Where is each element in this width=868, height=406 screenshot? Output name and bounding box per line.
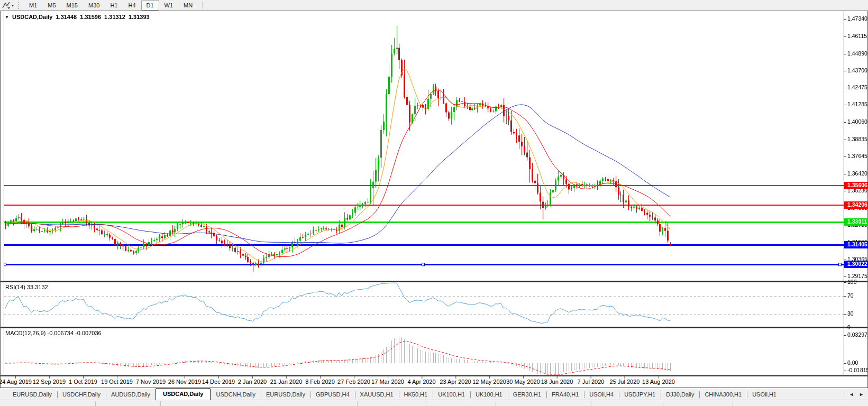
tab-GER30-H1[interactable]: GER30,H1: [508, 390, 546, 400]
tab-UK100-H1[interactable]: UK100,H1: [433, 390, 470, 400]
status-bar-divider: [160, 401, 161, 406]
date-label: 24 Aug 2019: [0, 379, 32, 385]
status-bar-divider: [496, 401, 496, 406]
date-label: 1 Oct 2019: [69, 379, 97, 385]
chart-window: ▼ USDCAD,Daily 1.31448 1.31596 1.31312 1…: [0, 11, 868, 388]
timeframe-buttons: M1M5M15M30H1H4D1W1MN: [24, 0, 198, 11]
ohlc-open: 1.31448: [56, 14, 77, 20]
timeframe-button-M1[interactable]: M1: [24, 0, 42, 11]
macd-indicator-label: MACD(12,26,9) -0.006734 -0.007036: [5, 330, 102, 336]
tab-USOil-H4[interactable]: USOil,H4: [584, 390, 619, 400]
tab-GBPUSD-H4[interactable]: GBPUSD,H4: [310, 390, 355, 400]
timeframe-button-M5[interactable]: M5: [42, 0, 61, 11]
date-label: 13 Aug 2020: [642, 379, 675, 385]
date-label: 4 Apr 2020: [407, 379, 435, 385]
toolbar-grip-handle[interactable]: [18, 2, 21, 9]
date-label: 21 Jan 2020: [270, 379, 303, 385]
tab-USDCNH-Daily[interactable]: USDCNH,Daily: [211, 390, 261, 400]
timeframe-button-M30[interactable]: M30: [83, 0, 105, 11]
date-label: 19 Oct 2019: [101, 379, 133, 385]
date-label: 23 Apr 2020: [440, 379, 471, 385]
timeframes-toolbar: ▾ M1M5M15M30H1H4D1W1MN: [0, 0, 868, 11]
tab-USOil-H1[interactable]: USOil,H1: [747, 390, 782, 400]
status-bar-divider: [269, 401, 269, 406]
tab-AUDUSD-Daily[interactable]: AUDUSD,Daily: [106, 390, 156, 400]
ohlc-close: 1.31393: [129, 14, 150, 20]
date-label: 7 Jul 2020: [578, 379, 605, 385]
chart-title: ▼ USDCAD,Daily 1.31448 1.31596 1.31312 1…: [5, 14, 151, 20]
tab-FRA40-H1[interactable]: FRA40,H1: [546, 390, 584, 400]
tab-USDCAD-Daily[interactable]: USDCAD,Daily: [156, 388, 211, 400]
date-label: 27 Feb 2020: [337, 379, 370, 385]
timeframe-button-D1[interactable]: D1: [141, 0, 159, 11]
status-bar-divider: [591, 401, 591, 406]
tabs-scroll-controls: ◄ ►: [845, 390, 866, 399]
chart-dropdown-icon[interactable]: ▼: [5, 15, 9, 20]
tab-EURUSD-Daily[interactable]: EURUSD,Daily: [7, 390, 57, 400]
tab-DJ30-Daily[interactable]: DJ30,Daily: [661, 390, 699, 400]
chart-tabs-bar: EURUSD,DailyUSDCHF,DailyAUDUSD,DailyUSDC…: [0, 388, 844, 400]
tab-CHINA300-H1[interactable]: CHINA300,H1: [699, 390, 747, 400]
date-label: 12 Sep 2019: [33, 379, 66, 385]
timeframe-button-H1[interactable]: H1: [105, 0, 123, 11]
ohlc-high: 1.31596: [80, 14, 101, 20]
tabs-scroll-left-icon[interactable]: ◄: [846, 392, 856, 397]
tab-UK100-H1[interactable]: UK100,H1: [470, 390, 508, 400]
tab-EURUSD-Daily[interactable]: EURUSD,Daily: [261, 390, 310, 400]
ohlc-low: 1.31312: [104, 14, 125, 20]
chevron-down-icon[interactable]: ▾: [12, 3, 14, 8]
date-label: 12 May 2020: [472, 379, 506, 385]
date-label: 2 Jan 2020: [238, 379, 267, 385]
date-label: 8 Feb 2020: [305, 379, 335, 385]
date-label: 18 Jun 2020: [541, 379, 573, 385]
price-chart-canvas[interactable]: [0, 11, 868, 376]
date-label: 30 May 2020: [506, 379, 540, 385]
timeframe-button-M15[interactable]: M15: [61, 0, 83, 11]
tabs-separator: [845, 391, 845, 398]
date-label: 14 Dec 2019: [202, 379, 235, 385]
time-axis: 24 Aug 201912 Sep 20191 Oct 201919 Oct 2…: [0, 376, 868, 388]
timeframe-button-MN[interactable]: MN: [178, 0, 198, 11]
date-label: 26 Nov 2019: [168, 379, 201, 385]
tab-HK50-H1[interactable]: HK50,H1: [399, 390, 433, 400]
timeframe-button-W1[interactable]: W1: [159, 0, 179, 11]
terminal-window: ▾ M1M5M15M30H1H4D1W1MN ▼ USDCAD,Daily 1.…: [0, 0, 868, 406]
status-bar-divider: [663, 401, 663, 406]
timeframe-button-H4[interactable]: H4: [123, 0, 141, 11]
tab-USDJPY-H1[interactable]: USDJPY,H1: [619, 390, 661, 400]
status-bar-divider: [733, 401, 733, 406]
tab-XAUUSD-H1[interactable]: XAUUSD,H1: [355, 390, 399, 400]
tab-USDCHF-Daily[interactable]: USDCHF,Daily: [57, 390, 106, 400]
date-label: 17 Mar 2020: [371, 379, 404, 385]
status-bar: [0, 400, 868, 406]
chart-symbol-label: USDCAD,Daily: [12, 14, 52, 20]
chart-cursor-tool-icon[interactable]: [2, 1, 11, 10]
date-label: 7 Nov 2019: [136, 379, 166, 385]
status-bar-divider: [95, 401, 96, 406]
date-label: 25 Jul 2020: [610, 379, 640, 385]
status-bar-divider: [357, 401, 358, 406]
tabs-scroll-right-icon[interactable]: ►: [856, 392, 866, 397]
toolbar-separator: [202, 2, 203, 9]
status-bar-divider: [426, 401, 426, 406]
rsi-indicator-label: RSI(14) 33.3132: [5, 284, 48, 290]
